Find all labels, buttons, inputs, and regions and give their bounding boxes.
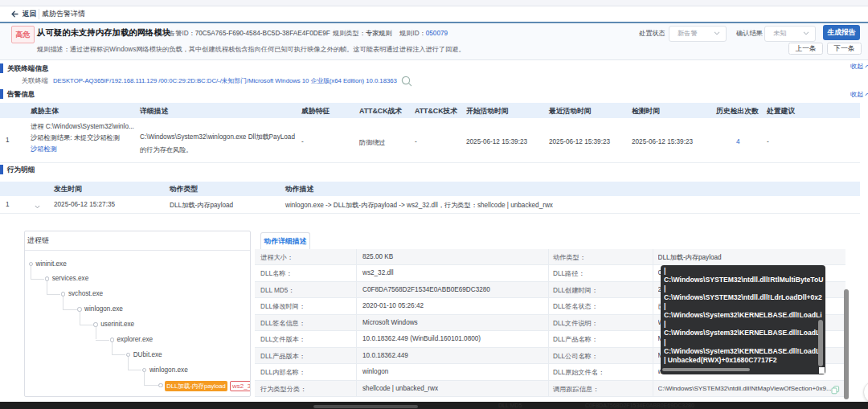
callstack-line: C:\Windows\System32\KERNELBASE.dll!LoadL… (664, 311, 825, 320)
alert-title-wrap: 从可疑的未支持内存加载的网络模块 (37, 27, 170, 39)
detail-label: 调用跟踪信息： (553, 385, 599, 394)
detail-value: C:\Windows\SYSTEM32\ntdll.dll!NtMapViewO… (658, 385, 831, 392)
process-node-label[interactable]: winlogon.exe (84, 305, 123, 313)
behavior-table-row[interactable]: 1 2025-06-12 15:27:35 DLL加载-内存payload wi… (0, 196, 860, 214)
detail-label: DLL产品名称： (553, 335, 598, 344)
navbar-divider (39, 9, 39, 19)
chevron-up-icon (865, 64, 868, 68)
confirm-result-select[interactable]: 未知 (764, 26, 816, 42)
cell-divider (548, 282, 549, 298)
process-node-label[interactable]: svchost.exe (68, 290, 103, 297)
col-occur-time: 发生时间 (54, 185, 82, 194)
process-chain-title: 进程链 (25, 231, 250, 251)
cell-divider (356, 282, 357, 298)
tooltip-hscrollbar[interactable] (662, 368, 750, 372)
detail-value: shellcode | unbacked_rwx (362, 385, 438, 392)
alert-id-label: 告警ID： (169, 29, 195, 38)
callstack-line: | (664, 338, 825, 347)
dispose-status-label: 处置状态 (639, 29, 665, 38)
rule-type-group: 规则类型： 专家规则 (333, 28, 392, 38)
cell-divider (653, 249, 653, 265)
terminal-link[interactable]: DESKTOP-AQ365IF/192.168.111.129 /00:0C:2… (53, 76, 397, 85)
cell-divider (653, 331, 653, 347)
callstack-line: | (664, 320, 825, 329)
scrollbar-thumb[interactable] (844, 289, 849, 399)
alert-id-group: 告警ID： 70C5A765-F690-4584-BC5D-38FAE4F0DE… (169, 28, 330, 38)
tab-action-detail[interactable]: 动作详细描述 (260, 232, 310, 250)
alert-table-row[interactable]: 1 进程 C:\Windows\System32\winlo... 沙箱检测结果… (0, 118, 860, 163)
rule-id-link[interactable]: 050079 (426, 30, 448, 37)
col-start-time: 开始活动时间 (466, 107, 509, 117)
cell-divider (653, 364, 653, 380)
back-button[interactable]: 返回 (11, 6, 36, 22)
cell-feature: - (301, 138, 304, 145)
cell-start-time: 2025-06-12 15:39:23 (466, 138, 527, 145)
expand-row-icon[interactable] (35, 205, 40, 209)
cell-divider (653, 348, 653, 364)
prev-alert-button[interactable]: 上一条 (788, 43, 823, 55)
tooltip-vscrollbar[interactable] (818, 320, 823, 366)
search-icon[interactable] (401, 76, 412, 87)
tree-connector (31, 279, 44, 280)
tree-connector (63, 297, 63, 309)
rule-desc-group: 规则描述： 通过进程标识Windows网络模块的负载，其中创建线程栈包含指向任何… (37, 44, 465, 54)
history-count-link[interactable]: 4 (736, 138, 740, 145)
alert-collapse-link[interactable]: 收起 (850, 90, 868, 98)
tree-connector (80, 312, 80, 325)
detail-row: 行为类型分类： shellcode | unbacked_rwx 调用跟踪信息：… (255, 381, 845, 397)
detail-label: DLL产品版本： (260, 352, 305, 361)
sandbox-detect-link[interactable]: 沙箱检测 (31, 145, 57, 153)
copy-icon[interactable] (831, 386, 840, 395)
payload-badge[interactable]: DLL加载-内存payload (165, 381, 227, 391)
process-node-label[interactable]: services.exe (52, 275, 89, 282)
next-alert-button[interactable]: 下一条 (827, 43, 862, 55)
callstack-line: | (664, 302, 825, 311)
alert-title: 从可疑的未支持内存加载的网络模块 (37, 27, 170, 39)
col-suggestion: 处置建议 (767, 107, 795, 117)
process-node-label[interactable]: userinit.exe (100, 321, 134, 328)
tree-connector (128, 357, 129, 370)
page-title: 威胁告警详情 (42, 9, 85, 19)
tree-connector (128, 370, 141, 370)
bottom-scrollbar-thumb[interactable] (313, 405, 418, 408)
navbar: 返回 威胁告警详情 (0, 6, 868, 23)
tree-connector (144, 372, 145, 385)
generate-report-button[interactable]: 生成报告 (823, 25, 860, 40)
col-recent-time: 最近活动时间 (549, 107, 592, 117)
detail-value: 825.00 KB (362, 253, 393, 260)
rule-type-value: 专家规则 (366, 29, 392, 38)
process-node-icon (158, 383, 163, 388)
col-detect-time: 检测时间 (632, 107, 660, 117)
process-node-label[interactable]: DUbit.exe (133, 351, 162, 358)
callstack-line: | (664, 267, 825, 276)
floating-button[interactable] (863, 381, 868, 403)
col-threat-feature: 威胁特征 (301, 107, 330, 117)
subject-line2: 沙箱检测结果: 未提交沙箱检测 (31, 133, 120, 142)
callstack-tooltip: |C:\Windows\SYSTEM32\ntdll.dll!RtlMultiB… (661, 265, 825, 374)
dll-badge[interactable]: ws2_3 (230, 381, 251, 391)
cell-divider (548, 348, 549, 364)
ghost-text: DLL MD5 (498, 403, 522, 408)
ghost-text: C0F8DA7568D2F1534E0ABB0E69DC3280 (585, 403, 694, 408)
tree-connector (47, 281, 47, 294)
detail-label: DLL修改时间： (260, 302, 305, 311)
cell-divider (356, 348, 357, 364)
detail-value: DLL加载-内存payload (658, 253, 722, 262)
dispose-status-value: 新告警 (678, 29, 698, 38)
process-node-label[interactable]: wininit.exe (36, 260, 67, 268)
desc-line1: C:\Windows\System32\winlogon.exe Dll加载Pa… (140, 133, 295, 141)
col-threat-subject: 威胁主体 (31, 107, 59, 117)
terminal-collapse-link[interactable]: 收起 (850, 62, 868, 70)
process-node-label[interactable]: winlogon.exe (149, 366, 188, 374)
detail-label: 进程大小： (260, 253, 293, 262)
severity-badge: 高危 (11, 26, 35, 43)
section-bar (0, 165, 3, 174)
dispose-status-select[interactable]: 新告警 (669, 26, 727, 42)
process-chain-panel: 进程链 wininit.exeservices.exesvchost.exewi… (24, 231, 251, 397)
callstack-line: | (664, 284, 825, 293)
cell-divider (356, 298, 357, 314)
process-node-label[interactable]: explorer.exe (117, 336, 154, 343)
detail-label: DLL签名状态： (553, 302, 598, 311)
chevron-down-icon (714, 31, 720, 35)
cell-divider (356, 381, 357, 397)
